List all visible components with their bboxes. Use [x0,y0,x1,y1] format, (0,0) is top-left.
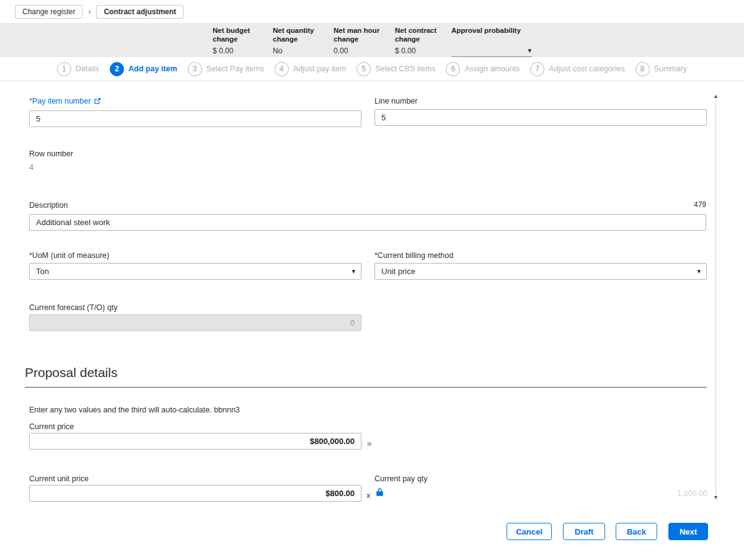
current-forecast-qty-input [29,314,361,331]
step-number: 5 [356,62,371,76]
scroll-down-icon[interactable]: ▼ [713,494,719,502]
breadcrumb-contract-adjustment[interactable]: Contract adjustment [96,5,184,19]
proposal-details-title: Proposal details [25,365,117,380]
next-button[interactable]: Next [668,523,708,540]
external-link-icon [94,97,101,105]
back-button[interactable]: Back [616,523,657,540]
scrollbar[interactable]: ▲ ▼ [711,92,720,502]
step-label: Summary [654,64,687,73]
step-number: 8 [636,62,650,76]
approval-probability-label: Approval probability [451,27,544,34]
approval-probability-select[interactable]: ▾ [451,46,532,57]
pay-item-number-input[interactable] [29,110,361,127]
step-5-select-cbs-items[interactable]: 5 Select CBS items [356,62,435,76]
step-number: 2 [110,62,124,76]
step-6-assign-amounts[interactable]: 6 Assign amounts [446,62,520,76]
step-label: Add pay item [128,64,177,73]
current-pay-qty-value: 1,000.00 [595,489,707,498]
uom-value: Ton [36,267,49,276]
metric-value: No [273,47,282,55]
current-price-input[interactable] [29,433,361,450]
metric-label: Net contract change [395,27,448,44]
breadcrumb: Change register › Contract adjustment [15,5,184,19]
breadcrumb-separator-icon: › [88,7,91,16]
step-number: 4 [275,62,289,76]
auto-calculate-hint: Enter any two values and the third will … [29,406,240,414]
step-label: Assign amounts [464,64,520,73]
lock-icon [376,487,384,497]
description-input[interactable] [29,214,706,231]
step-3-select-pay-items[interactable]: 3 Select Pay items [188,62,264,76]
metric-label: Net budget change [213,27,266,44]
line-number-label: Line number [374,97,418,105]
metric-value: $ 0.00 [395,47,415,55]
contract-adjustment-page: Change register › Contract adjustment Ne… [0,0,744,560]
row-number-label: Row number [29,149,73,158]
current-unit-price-input[interactable] [29,485,361,502]
current-price-label: Current price [29,422,74,431]
metric-net-contract-change: Net contract change $ 0.00 [395,27,448,44]
description-char-count: 479 [694,200,706,209]
breadcrumb-change-register[interactable]: Change register [15,5,82,19]
step-4-adjust-pay-item[interactable]: 4 Adjust pay item [275,62,346,76]
step-number: 6 [446,62,460,76]
step-number: 7 [530,62,544,76]
current-billing-method-select[interactable]: Unit price ▾ [374,263,707,280]
metric-net-man-hour-change: Net man hour change 0.00 [334,27,387,44]
chevron-down-icon: ▾ [697,268,701,275]
step-number: 1 [57,62,71,76]
summary-bar: Net budget change $ 0.00 Net quantity ch… [0,23,744,57]
step-number: 3 [188,62,202,76]
metric-label: Net quantity change [273,27,326,44]
step-label: Adjust cost categories [549,64,624,73]
metric-value: $ 0.00 [213,47,233,55]
equals-operator: = [367,439,372,448]
line-number-input[interactable] [374,109,707,126]
step-7-adjust-cost-categories[interactable]: 7 Adjust cost categories [530,62,624,76]
current-forecast-qty-label: Current forecast (T/O) qty [29,303,117,312]
current-pay-qty-lock[interactable] [376,487,384,497]
current-billing-method-value: Unit price [381,267,415,276]
scrollbar-track[interactable] [715,100,716,494]
chevron-down-icon: ▾ [528,47,531,54]
pay-item-number-label-text: *Pay item number [29,97,91,105]
description-label: Description [29,201,68,210]
step-label: Adjust pay item [293,64,346,73]
step-label: Select CBS items [375,64,435,73]
uom-select[interactable]: Ton ▾ [29,263,361,280]
wizard-stepper: 1 Details 2 Add pay item 3 Select Pay it… [0,57,744,81]
chevron-down-icon: ▾ [352,268,355,275]
step-label: Select Pay items [206,64,264,73]
metric-net-quantity-change: Net quantity change No [273,27,326,44]
section-divider [25,387,707,388]
step-8-summary[interactable]: 8 Summary [636,62,687,76]
metric-net-budget-change: Net budget change $ 0.00 [213,27,266,44]
current-pay-qty-label: Current pay qty [374,474,427,483]
draft-button[interactable]: Draft [563,523,605,540]
step-1-details[interactable]: 1 Details [57,62,99,76]
metric-label: Net man hour change [334,27,387,44]
step-2-add-pay-item[interactable]: 2 Add pay item [110,62,177,76]
pay-item-number-label[interactable]: *Pay item number [29,97,101,105]
current-unit-price-label: Current unit price [29,474,89,483]
step-label: Details [76,64,99,73]
metric-value: 0.00 [334,47,348,55]
current-billing-method-label: *Current billing method [374,251,453,260]
row-number-value: 4 [29,162,33,172]
approval-probability: Approval probability ▾ [451,27,544,34]
multiply-operator: x [366,491,371,500]
uom-label: *UoM (unit of measure) [29,251,109,260]
cancel-button[interactable]: Cancel [507,523,552,540]
scroll-up-icon[interactable]: ▲ [713,92,719,100]
